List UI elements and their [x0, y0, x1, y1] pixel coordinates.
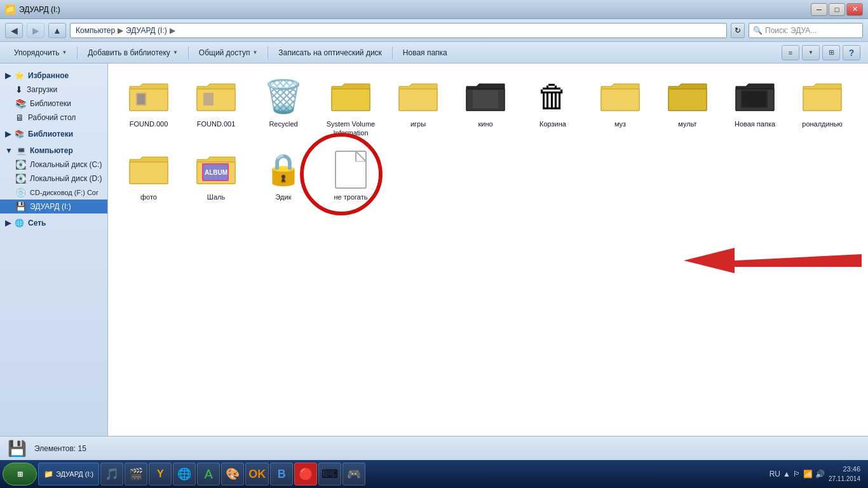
- maximize-button[interactable]: □: [829, 3, 845, 16]
- search-placeholder: Поиск: ЭДУА...: [765, 26, 817, 35]
- sidebar-item-libraries[interactable]: 📚 Библиотеки: [0, 97, 107, 111]
- taskbar-app-game[interactable]: 🎮: [342, 463, 365, 485]
- svg-rect-3: [473, 90, 498, 108]
- folder-icon-sysvolinfo: [330, 76, 371, 117]
- up-button[interactable]: ▲: [48, 23, 66, 38]
- taskbar-app-chrome[interactable]: 🌐: [173, 463, 196, 485]
- refresh-button[interactable]: ↻: [731, 23, 745, 38]
- lock-icon-edik: 🔒: [263, 149, 304, 190]
- file-item-ne-trogat[interactable]: не трогать: [319, 146, 383, 205]
- view-dropdown-button[interactable]: ▼: [802, 45, 820, 60]
- file-item-found001[interactable]: FOUND.001: [184, 72, 248, 142]
- taskbar-app-video[interactable]: 🎬: [125, 463, 147, 485]
- taskbar-app-keyboard[interactable]: ⌨: [318, 463, 341, 485]
- search-box[interactable]: 🔍 Поиск: ЭДУА...: [749, 23, 863, 38]
- libraries-icon: 📚: [15, 98, 26, 109]
- taskbar: ⊞ 📁 ЭДУАРД (I:) 🎵 🎬 Y 🌐 A 🎨 OK В 🔴 ⌨ 🎮 R…: [0, 460, 868, 488]
- file-label-igry: игры: [410, 119, 426, 128]
- recycle-icon-recycled: 🗑️: [263, 76, 304, 117]
- path-drive[interactable]: ЭДУАРД (I:): [126, 26, 167, 35]
- file-label-sysvolinfo: System Volume Information: [322, 119, 380, 138]
- file-item-mult[interactable]: мульт: [656, 72, 719, 142]
- sidebar-item-desktop[interactable]: 🖥 Рабочий стол: [0, 111, 107, 125]
- tray-arrow-up[interactable]: ▲: [783, 470, 790, 478]
- favorites-section: ▶ ⭐ Избранное ⬇ Загрузки 📚 Библиотеки 🖥 …: [0, 69, 107, 125]
- svg-rect-1: [137, 94, 145, 104]
- sidebar: ▶ ⭐ Избранное ⬇ Загрузки 📚 Библиотеки 🖥 …: [0, 64, 108, 436]
- taskbar-app-green[interactable]: A: [197, 463, 220, 485]
- folder-icon-foto: [128, 149, 169, 190]
- burn-button[interactable]: Записать на оптический диск: [272, 44, 388, 61]
- downloads-icon: ⬇: [15, 85, 23, 95]
- network-icon: 🌐: [15, 219, 24, 227]
- taskbar-explorer-window[interactable]: 📁 ЭДУАРД (I:): [38, 463, 99, 485]
- network-header: ▶ 🌐 Сеть: [0, 216, 107, 230]
- file-item-edik[interactable]: 🔒 Эдик: [252, 146, 315, 205]
- taskbar-app-yandex[interactable]: Y: [149, 463, 172, 485]
- d-drive-icon: 💽: [15, 173, 26, 184]
- file-label-found001: FOUND.001: [197, 119, 236, 128]
- taskbar-app-paint[interactable]: 🎨: [221, 463, 244, 485]
- title-bar-controls: ─ □ ✕: [811, 3, 863, 16]
- taskbar-app-media[interactable]: 🎵: [100, 463, 123, 485]
- view-details-button[interactable]: ⊞: [822, 45, 840, 60]
- tray-network[interactable]: 📶: [803, 470, 813, 478]
- sidebar-item-downloads[interactable]: ⬇ Загрузки: [0, 83, 107, 97]
- status-count: Элементов: 15: [34, 444, 86, 453]
- file-item-ronaldinho[interactable]: роналдинью: [790, 72, 854, 142]
- file-item-igry[interactable]: игры: [386, 72, 450, 142]
- file-label-kino: кино: [478, 119, 492, 128]
- help-button[interactable]: ?: [843, 45, 860, 60]
- tray-volume[interactable]: 🔊: [815, 470, 825, 478]
- taskbar-app-odnoklassniki[interactable]: OK: [245, 463, 269, 485]
- folder-icon-mult: [667, 76, 708, 117]
- network-arrow: ▶: [5, 219, 11, 227]
- file-grid: FOUND.000 FOUND.001 🗑️ Recycled: [114, 70, 862, 208]
- svg-rect-5: [742, 92, 766, 107]
- taskbar-app-red[interactable]: 🔴: [294, 463, 317, 485]
- back-button[interactable]: ◀: [5, 23, 23, 38]
- sidebar-item-d-drive[interactable]: 💽 Локальный диск (D:): [0, 172, 107, 186]
- file-area: FOUND.000 FOUND.001 🗑️ Recycled: [108, 64, 868, 436]
- new-folder-button[interactable]: Новая папка: [397, 44, 454, 61]
- file-item-sysvolinfo[interactable]: System Volume Information: [319, 72, 383, 142]
- f-drive-icon: 💿: [15, 187, 26, 198]
- add-to-library-button[interactable]: Добавить в библиотеку ▼: [81, 44, 184, 61]
- favorites-header: ▶ ⭐ Избранное: [0, 69, 107, 83]
- file-item-kino[interactable]: кино: [454, 72, 517, 142]
- minimize-button[interactable]: ─: [811, 3, 827, 16]
- file-item-foto[interactable]: фото: [117, 146, 180, 205]
- file-item-korzina[interactable]: 🗑 Корзина: [521, 72, 585, 142]
- close-button[interactable]: ✕: [846, 3, 863, 16]
- toolbar-separator-4: [392, 46, 393, 59]
- red-arrow-annotation: [684, 235, 862, 288]
- libraries-header: ▶ 📚 Библиотеки: [0, 127, 107, 141]
- file-label-ne-trogat: не трогать: [334, 193, 368, 201]
- libraries-arrow: ▶: [5, 130, 11, 139]
- toolbar-separator-2: [188, 46, 189, 59]
- sidebar-item-c-drive[interactable]: 💽 Локальный диск (C:): [0, 158, 107, 172]
- status-bar: 💾 Элементов: 15: [0, 436, 868, 460]
- file-item-found000[interactable]: FOUND.000: [117, 72, 180, 142]
- tray-clock[interactable]: 23:46 27.11.2014: [829, 464, 860, 483]
- status-drive-icon: 💾: [8, 440, 27, 458]
- file-label-muz: муз: [614, 119, 626, 128]
- folder-icon-shal: ALBUM: [196, 149, 236, 190]
- tray-flag: 🏳: [793, 470, 801, 478]
- start-button[interactable]: ⊞: [3, 463, 37, 485]
- file-item-recycled[interactable]: 🗑️ Recycled: [252, 72, 315, 142]
- share-button[interactable]: Общий доступ ▼: [193, 44, 264, 61]
- forward-button[interactable]: ▶: [27, 23, 44, 38]
- file-label-korzina: Корзина: [539, 119, 566, 128]
- file-item-novaya-papka[interactable]: Новая папка: [723, 72, 787, 142]
- sidebar-item-i-drive[interactable]: 💾 ЭДУАРД (I:): [0, 200, 107, 214]
- view-list-button[interactable]: ≡: [782, 45, 799, 60]
- taskbar-app-vk[interactable]: В: [270, 463, 293, 485]
- path-computer[interactable]: Компьютер: [76, 26, 115, 35]
- sidebar-item-f-drive[interactable]: 💿 CD-дисковод (F:) Cor: [0, 186, 107, 200]
- file-item-muz[interactable]: муз: [588, 72, 652, 142]
- tray-lang[interactable]: RU: [770, 470, 780, 478]
- organize-button[interactable]: Упорядочить ▼: [8, 44, 73, 61]
- file-item-shal[interactable]: ALBUM Шаль: [184, 146, 248, 205]
- address-path[interactable]: Компьютер ▶ ЭДУАРД (I:) ▶: [70, 23, 727, 38]
